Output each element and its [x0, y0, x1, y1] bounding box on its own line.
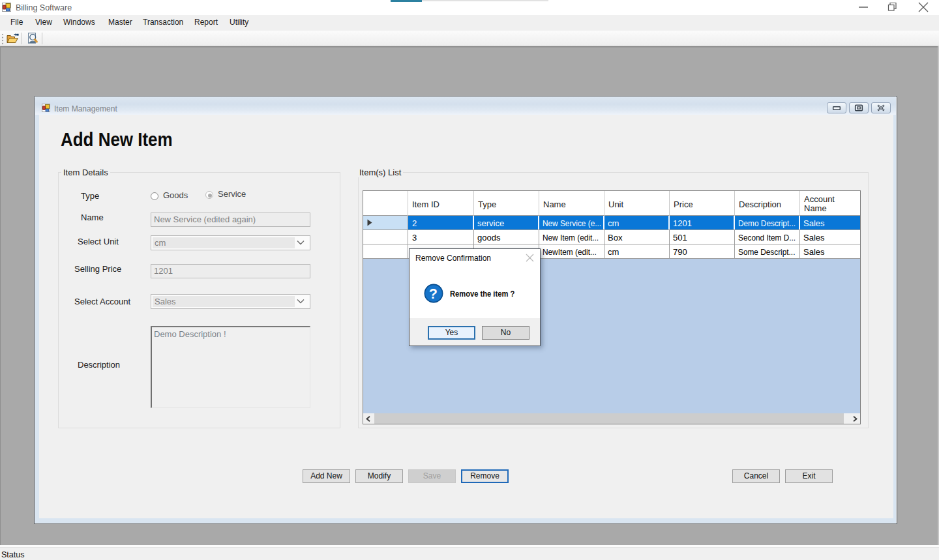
svg-text:?: ?	[429, 286, 438, 302]
